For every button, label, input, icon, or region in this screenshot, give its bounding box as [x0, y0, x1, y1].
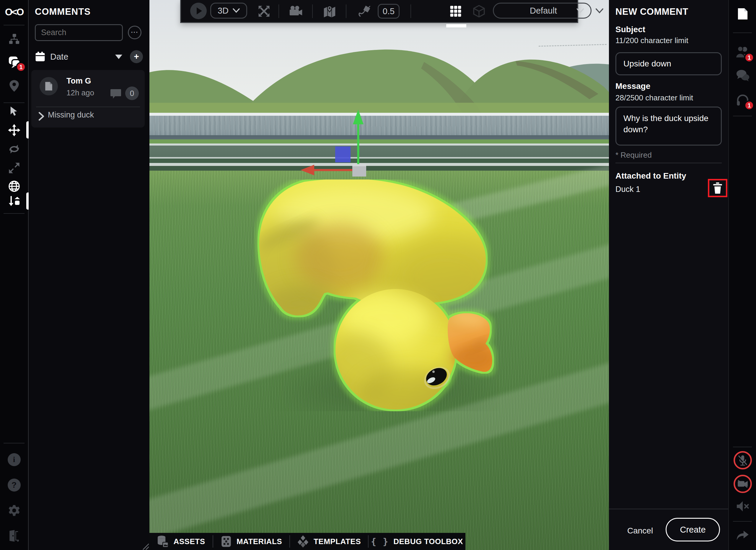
step-value: 0.5 — [383, 6, 395, 16]
tab-templates[interactable]: TEMPLATES — [290, 533, 368, 550]
dimension-mode-value: 3D — [218, 6, 229, 16]
divider — [278, 4, 279, 18]
location-button[interactable] — [0, 79, 28, 93]
attached-entity-name: Duck 1 — [615, 185, 640, 194]
select-tool-button[interactable] — [0, 105, 28, 118]
gizmo-center-cube[interactable] — [352, 164, 366, 177]
sort-label: Date — [50, 52, 68, 62]
rotate-tool-button[interactable] — [0, 142, 28, 156]
divider — [733, 32, 752, 33]
drop-to-ground-icon — [8, 195, 21, 208]
exit-button[interactable] — [0, 529, 28, 543]
gizmo-y-axis[interactable] — [353, 110, 364, 164]
document-icon — [44, 81, 54, 91]
gizmo-x-axis[interactable] — [301, 165, 353, 175]
ellipsis-icon: ··· — [131, 29, 139, 36]
move-icon — [8, 124, 21, 137]
message-textarea[interactable]: Why is the duck upside down? — [615, 107, 722, 146]
help-button[interactable]: ? — [0, 478, 28, 492]
more-options-button[interactable]: ··· — [128, 26, 141, 39]
trash-icon — [713, 183, 723, 194]
fullscreen-button[interactable] — [257, 4, 271, 18]
app-logo[interactable]: O<O — [0, 5, 28, 19]
step-value-box[interactable]: 0.5 — [378, 4, 400, 19]
hills-terrain — [149, 18, 609, 118]
mute-ring — [734, 451, 752, 469]
kite-tool-button[interactable] — [356, 4, 372, 18]
info-icon: i — [8, 453, 21, 466]
templates-icon — [297, 535, 309, 548]
share-button[interactable] — [729, 529, 756, 543]
active-tool-indicator — [26, 121, 29, 139]
3d-viewport[interactable]: 3D — [149, 0, 609, 550]
new-comment-panel: NEW COMMENT Subject 11/200 character lim… — [609, 0, 728, 550]
subject-label: Subject — [615, 25, 645, 34]
add-comment-button[interactable]: + — [130, 50, 143, 63]
divider — [4, 25, 25, 25]
gizmo-z-plane[interactable] — [335, 147, 351, 162]
divider — [615, 163, 722, 163]
info-button[interactable]: i — [0, 453, 28, 466]
microphone-muted-button[interactable] — [729, 451, 756, 469]
map-button[interactable] — [322, 4, 337, 18]
reply-bubble-icon — [110, 88, 122, 100]
move-tool-button[interactable] — [0, 123, 28, 137]
message-counter: 28/2500 character limit — [615, 93, 693, 103]
divider — [4, 103, 25, 103]
divider — [346, 4, 346, 18]
tab-debug-toolbox[interactable]: { } DEBUG TOOLBOX — [369, 533, 465, 550]
microphone-muted-icon — [738, 455, 748, 466]
preset-value: Default — [513, 6, 557, 16]
duck-entity-selected[interactable] — [254, 180, 499, 411]
tab-assets[interactable]: ASSETS — [149, 533, 213, 550]
drop-to-ground-button[interactable] — [0, 194, 28, 208]
comments-tool-button[interactable]: 1 — [0, 56, 28, 69]
preset-dropdown[interactable]: Default — [493, 3, 592, 19]
remove-entity-button[interactable] — [708, 179, 727, 197]
divider — [410, 4, 411, 18]
map-pin-icon — [323, 5, 336, 17]
speaker-muted-icon — [736, 500, 750, 512]
resize-handle[interactable] — [142, 543, 149, 550]
location-pin-icon — [9, 80, 20, 92]
chat-bubbles-icon — [736, 69, 750, 82]
help-icon: ? — [8, 479, 21, 492]
comment-card[interactable]: Tom G 12h ago 0 Missing duck — [31, 70, 145, 128]
speaker-muted-button[interactable] — [729, 499, 756, 513]
play-button[interactable] — [190, 2, 207, 19]
kite-icon — [357, 5, 371, 18]
grid-snap-button[interactable] — [448, 4, 463, 18]
assets-icon — [157, 535, 169, 548]
transform-gizmo[interactable] — [297, 107, 374, 181]
chat-button[interactable] — [729, 69, 756, 82]
dimension-mode-dropdown[interactable]: 3D — [210, 3, 247, 19]
oko-logo-icon: O<O — [5, 6, 23, 18]
camera-button[interactable] — [289, 4, 303, 18]
hierarchy-button[interactable] — [0, 32, 28, 46]
message-label: Message — [615, 82, 650, 91]
globe-tool-button[interactable] — [0, 180, 28, 193]
voice-button[interactable]: 1 — [729, 93, 756, 107]
app-root: O<O 1 — [0, 0, 756, 550]
sort-by-date-row[interactable]: Date + — [35, 48, 143, 65]
tab-label: DEBUG TOOLBOX — [393, 537, 463, 546]
settings-button[interactable] — [0, 504, 28, 517]
collapse-toolbar-button[interactable] — [594, 6, 605, 15]
tab-materials[interactable]: MATERIALS — [213, 533, 289, 550]
right-toolbar: 1 1 — [728, 0, 756, 550]
grid-icon — [449, 5, 462, 17]
stone-wall — [149, 113, 609, 171]
chevron-down-icon — [115, 55, 122, 59]
camera-muted-button[interactable] — [729, 475, 756, 493]
chevron-down-icon — [595, 8, 604, 14]
divider — [733, 447, 752, 447]
divider — [312, 4, 313, 18]
cancel-button[interactable]: Cancel — [625, 526, 655, 536]
bounding-box-button[interactable] — [472, 4, 486, 18]
subject-input[interactable] — [615, 52, 722, 75]
scale-tool-button[interactable] — [0, 161, 28, 175]
pages-button[interactable] — [729, 7, 756, 21]
divider — [733, 521, 752, 522]
participants-button[interactable]: 1 — [729, 45, 756, 60]
create-button[interactable]: Create — [666, 518, 720, 541]
